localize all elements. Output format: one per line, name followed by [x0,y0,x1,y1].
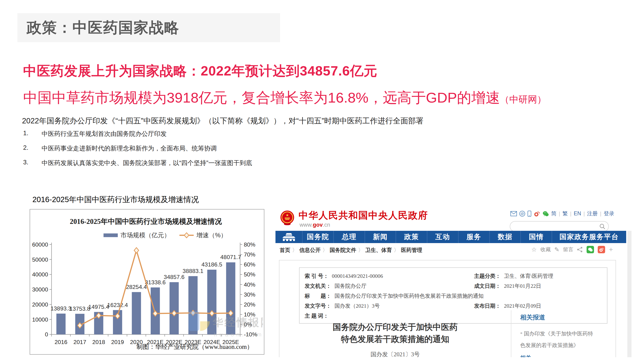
page-title: 政策：中医药国家战略 [17,13,280,42]
watermark-subtext: huaon.com [214,331,263,338]
market-chart: 2016-2025年中国中医药行业市场规模及增速情况市场规模（亿元）增速（%）0… [30,209,264,355]
index-value: 000014349/2021-00006 [332,273,383,279]
breadcrumb-item-1[interactable]: 信息公开 [299,247,320,253]
mail-icon[interactable] [510,211,517,216]
nav-item-3[interactable]: 政策 [396,231,427,243]
gov-nav-bar: 国务院总理新闻政策互动服务数据国情国家政务服务平台 [276,231,626,243]
bullet-list: 1.中医药行业五年规划首次由国务院办公厅印发2.中医药事业走进新时代的新理念和新… [23,130,252,174]
page-actions: ☆ 收藏 ✎ 留言 + [531,246,613,254]
left-tick-label: 10000 [32,316,48,323]
list-text: 中医药事业走进新时代的新理念和新作为，全面布局、统筹协调 [42,144,217,152]
breadcrumb-separator: 〉 [290,247,299,253]
breadcrumb-separator: 〉 [320,247,330,253]
nav-item-6[interactable]: 数据 [489,231,520,243]
x-category-label: 2017 [74,339,86,345]
left-tick-label: 0 [45,331,48,338]
breadcrumb-separator: 〉 [392,247,401,253]
login-link[interactable]: 登录 [604,210,614,217]
info-cell: 发布日期：2021年02月09日 [474,302,602,310]
info-cell: 发文机关：国务院办公厅 [305,282,474,290]
search-input[interactable] [510,221,609,232]
list-text: 中医药发展认真落实党中央、国务院决策部署，以“四个坚持”一张蓝图干到底 [42,159,252,167]
gov-site-title: 中华人民共和国中央人民政府 [298,209,428,222]
bar-value-label: 38883.1 [183,268,204,274]
bar-value-label: 13753.8 [70,306,90,312]
plus-icon[interactable]: + [609,246,613,254]
legend-bar-label: 市场规模（亿元） [120,232,170,239]
left-tick-label: 40000 [32,271,48,278]
related-truncated-text: 相关 [520,354,531,357]
info-cell: 索 引 号：000014349/2021-00006 [305,272,474,280]
breadcrumb-item-3[interactable]: 卫生、体育 [365,247,392,253]
bar-2020 [132,292,141,334]
mobile-icon[interactable] [528,211,531,217]
weibo-icon[interactable] [534,211,540,217]
bar-value-label: 43186.5 [202,261,222,268]
favorite-button[interactable]: 收藏 [540,246,551,253]
watermark-text: 华经情报网 [212,316,263,328]
breadcrumb-item-0[interactable]: 首页 [280,247,290,253]
watermark-logo-blue [189,311,199,331]
at-icon[interactable]: @ [519,211,525,217]
comment-button[interactable]: 留言 [563,246,573,253]
document-title-line2: 特色发展若干政策措施的通知 [293,333,497,345]
url-www: www. [300,222,313,228]
topic-value: 卫生、体育\医药管理 [504,273,553,279]
search-icon[interactable] [599,223,606,230]
list-number: 2. [23,144,42,152]
chart-title: 2016-2025年中国中医药行业市场规模及增速情况 [70,218,222,226]
nav-item-7[interactable]: 国情 [520,231,552,243]
bar-value-label: 13893.3 [51,305,72,312]
nav-item-0[interactable]: 国务院 [302,231,333,243]
info-cell: 成文日期：2021年01月22日 [474,282,602,290]
document-title-line1: 国务院办公厅印发关于加快中医药 [293,321,497,333]
url-gov: gov [313,222,323,228]
nav-home-button[interactable] [276,231,302,243]
nav-item-4[interactable]: 互动 [427,231,458,243]
nav-item-8[interactable]: 国家政务服务平台 [552,231,626,243]
written-date-label: 成文日期： [474,283,501,289]
bar-value-label: 34857.6 [164,274,184,280]
doc-number-value: 国办发（2021）3号 [334,303,380,309]
link-separator: | [570,211,572,217]
svg-text:★: ★ [286,213,289,217]
share-icon[interactable] [577,246,583,252]
publish-date-value: 2021年02月09日 [504,303,541,309]
gov-website-screenshot: ★ 中华人民共和国中央人民政府 www.gov.cn @ [276,207,632,357]
bar-value-label: 48071.7 [220,254,241,260]
subheadline: 中国中草药市场规模为3918亿元，复合增长率为16.8%，远高于GDP的增速（中… [23,88,546,108]
related-report-link[interactable]: *国办印发《关于加快中医药特 色发展的若干政策措施》 [520,328,608,351]
list-item: 2.中医药事业走进新时代的新理念和新作为，全面布局、统筹协调 [23,144,252,152]
breadcrumb-item-4[interactable]: 医药管理 [401,247,422,253]
lang-en-link[interactable]: EN [574,210,581,217]
wechat-share-icon[interactable] [586,246,594,253]
weibo-share-icon[interactable] [598,246,605,253]
info-row: 发文字号：国办发（2021）3号 发布日期：2021年02月09日 [305,302,602,310]
right-tick-label: 70% [244,252,255,258]
bar-2016 [56,314,66,334]
related-reports-title: 相关报道 [520,313,608,322]
related-line2[interactable]: 色发展的若干政策措施》 [520,342,579,348]
breadcrumb-item-2[interactable]: 国务院文件 [330,247,356,253]
link-separator: | [600,211,602,217]
right-tick-label: 60% [244,261,255,268]
related-line1[interactable]: 国办印发《关于加快中医药特 [524,331,593,336]
legend-line-label: 增速（%） [196,232,227,239]
x-category-label: 2016 [55,339,67,345]
register-link[interactable]: 注册 [587,210,598,217]
nav-item-2[interactable]: 新闻 [364,231,396,243]
nav-item-1[interactable]: 总理 [333,231,364,243]
breadcrumb: 首页〉信息公开〉国务院文件〉卫生、体育〉医药管理 [280,246,422,254]
info-cell: 标 题：国务院办公厅印发关于加快中医药特色发展若干政策措施的通知 [305,292,602,300]
publish-date-label: 发布日期： [474,303,501,309]
lang-simplified-link[interactable]: 简 [551,210,556,217]
pen-icon[interactable]: ✎ [554,246,560,253]
chart-svg: 2016-2025年中国中医药行业市场规模及增速情况市场规模（亿元）增速（%）0… [30,210,263,353]
nav-item-5[interactable]: 服务 [458,231,489,243]
star-icon[interactable]: ☆ [531,246,536,253]
lang-traditional-link[interactable]: 繁 [562,210,568,217]
gov-top-bar: @ 简| 繁| EN| 注册| 登录 [510,210,614,217]
wechat-icon[interactable] [542,211,549,217]
slide: 政策：中医药国家战略 中医药发展上升为国家战略：2022年预计达到34857.6… [0,0,644,363]
scrollbar-strip [627,231,632,357]
